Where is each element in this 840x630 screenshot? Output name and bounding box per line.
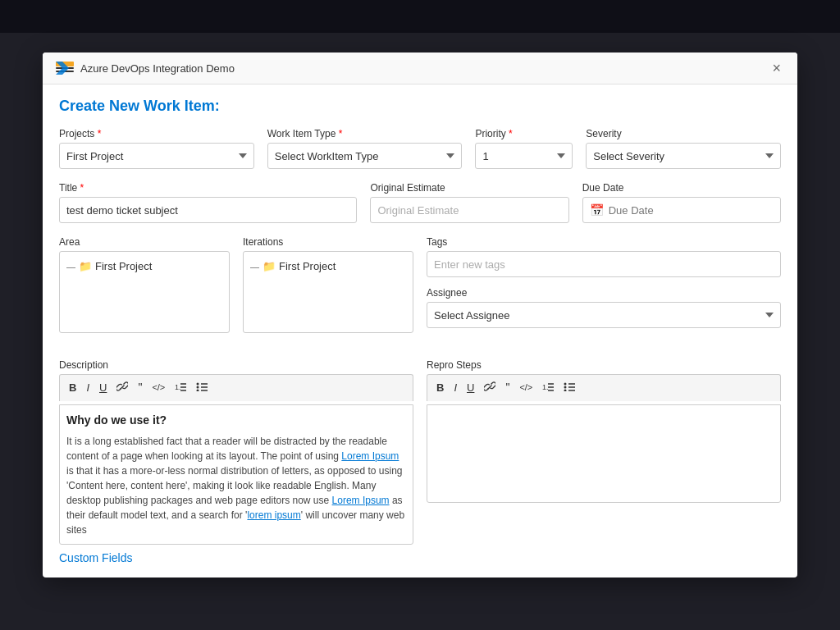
- repro-steps-group: Repro Steps B I U " </> 1.: [427, 359, 781, 545]
- work-item-type-select[interactable]: Select WorkItem Type: [267, 143, 463, 169]
- original-estimate-group: Original Estimate: [370, 182, 568, 223]
- lorem-ipsum-link-1[interactable]: Lorem Ipsum: [341, 450, 399, 462]
- modal-header: Azure DevOps Integration Demo ×: [43, 52, 797, 84]
- iterations-tree-item: — 📁 First Project: [250, 258, 406, 274]
- calendar-icon: 📅: [590, 203, 604, 217]
- area-group: Area — 📁 First Project: [59, 236, 230, 333]
- due-date-group: Due Date 📅: [582, 182, 781, 223]
- work-item-type-label: Work Item Type *: [267, 128, 463, 139]
- repro-code-btn[interactable]: </>: [515, 380, 536, 395]
- modal-dialog: Azure DevOps Integration Demo × Create N…: [43, 52, 797, 578]
- due-date-wrapper[interactable]: 📅: [582, 197, 781, 223]
- title-input[interactable]: [59, 197, 357, 223]
- assignee-select[interactable]: Select Assignee: [427, 302, 781, 328]
- unordered-list-icon: [196, 381, 208, 391]
- repro-ol-btn[interactable]: 1.: [538, 379, 558, 397]
- iterations-label: Iterations: [243, 236, 413, 248]
- desc-ul-btn[interactable]: [192, 379, 212, 397]
- repro-bold-btn[interactable]: B: [432, 379, 448, 397]
- svg-point-21: [564, 386, 567, 388]
- desc-italic-btn[interactable]: I: [82, 379, 94, 397]
- repro-ol-icon: 1.: [542, 381, 554, 391]
- repro-steps-label: Repro Steps: [427, 359, 781, 371]
- form-row-2: Title * Original Estimate Due Date 📅: [59, 182, 781, 223]
- priority-group: Priority * 1: [475, 128, 573, 169]
- projects-select[interactable]: First Project: [59, 143, 254, 169]
- description-repro-row: Description B I U " </> 1.: [59, 359, 781, 545]
- svg-point-10: [197, 386, 199, 388]
- severity-select[interactable]: Select Severity: [586, 143, 781, 169]
- form-row-1: Projects * First Project Work Item Type …: [59, 128, 781, 169]
- tags-input[interactable]: [427, 251, 781, 277]
- priority-select[interactable]: 1: [475, 143, 573, 169]
- close-button[interactable]: ×: [769, 61, 784, 75]
- assignee-label: Assignee: [427, 287, 781, 299]
- svg-text:1.: 1.: [175, 383, 181, 391]
- area-tree[interactable]: — 📁 First Project: [59, 251, 230, 333]
- azure-devops-icon: [56, 62, 74, 75]
- desc-link-btn[interactable]: [112, 378, 132, 398]
- left-column-row3: Area — 📁 First Project Iterations: [59, 236, 413, 346]
- original-estimate-label: Original Estimate: [370, 182, 568, 194]
- svg-point-11: [197, 389, 199, 391]
- severity-group: Severity Select Severity: [586, 128, 781, 169]
- lorem-ipsum-link-2[interactable]: Lorem Ipsum: [332, 495, 390, 506]
- tags-label: Tags: [427, 236, 781, 248]
- projects-group: Projects * First Project: [59, 128, 254, 169]
- severity-label: Severity: [586, 128, 781, 139]
- due-date-label: Due Date: [582, 182, 781, 194]
- priority-label: Priority *: [475, 128, 573, 139]
- projects-label: Projects *: [59, 128, 254, 139]
- description-toolbar: B I U " </> 1.: [59, 374, 413, 401]
- due-date-input[interactable]: [609, 204, 774, 217]
- ordered-list-icon: 1.: [175, 381, 186, 391]
- modal-title: Azure DevOps Integration Demo: [80, 62, 235, 75]
- area-tree-item: — 📁 First Project: [66, 258, 222, 274]
- svg-point-9: [197, 382, 199, 385]
- right-column-row3: Tags Assignee Select Assignee: [427, 236, 781, 346]
- title-group: Title *: [59, 182, 357, 223]
- desc-quote-btn[interactable]: ": [134, 378, 146, 398]
- row-3-container: Area — 📁 First Project Iterations: [59, 236, 781, 346]
- area-label: Area: [59, 236, 230, 248]
- iterations-tree[interactable]: — 📁 First Project: [243, 251, 413, 333]
- repro-italic-btn[interactable]: I: [450, 379, 461, 397]
- svg-point-22: [564, 389, 567, 391]
- description-group: Description B I U " </> 1.: [59, 359, 413, 545]
- original-estimate-input[interactable]: [370, 197, 568, 223]
- description-label: Description: [59, 359, 413, 371]
- iterations-group: Iterations — 📁 First Project: [243, 236, 413, 333]
- repro-ul-icon: [564, 381, 575, 391]
- section-title: Create New Work Item:: [59, 98, 781, 115]
- description-body-text: It is a long established fact that a rea…: [66, 434, 406, 537]
- svg-point-20: [564, 382, 567, 385]
- lorem-ipsum-link-3[interactable]: lorem ipsum: [247, 509, 300, 521]
- desc-underline-btn[interactable]: U: [95, 379, 111, 397]
- link-icon: [116, 381, 128, 391]
- modal-body: Create New Work Item: Projects * First P…: [43, 84, 797, 578]
- repro-underline-btn[interactable]: U: [463, 379, 478, 397]
- tags-group: Tags: [427, 236, 781, 277]
- repro-ul-btn[interactable]: [559, 379, 579, 397]
- modal-overlay: Azure DevOps Integration Demo × Create N…: [0, 0, 840, 630]
- desc-code-btn[interactable]: </>: [148, 380, 169, 395]
- custom-fields-link[interactable]: Custom Fields: [59, 551, 132, 564]
- repro-link-btn[interactable]: [480, 378, 500, 398]
- repro-link-icon: [484, 381, 495, 391]
- desc-bold-btn[interactable]: B: [65, 379, 80, 397]
- repro-quote-btn[interactable]: ": [501, 378, 514, 398]
- description-editor[interactable]: Why do we use it? It is a long establish…: [59, 404, 413, 545]
- svg-text:1.: 1.: [542, 383, 549, 391]
- modal-header-left: Azure DevOps Integration Demo: [56, 62, 235, 75]
- title-label: Title *: [59, 182, 357, 194]
- work-item-type-group: Work Item Type * Select WorkItem Type: [267, 128, 463, 169]
- desc-ol-btn[interactable]: 1.: [171, 379, 190, 397]
- area-iterations-row: Area — 📁 First Project Iterations: [59, 236, 413, 333]
- repro-toolbar: B I U " </> 1.: [427, 374, 781, 401]
- repro-steps-editor[interactable]: [427, 404, 781, 503]
- assignee-group: Assignee Select Assignee: [427, 287, 781, 328]
